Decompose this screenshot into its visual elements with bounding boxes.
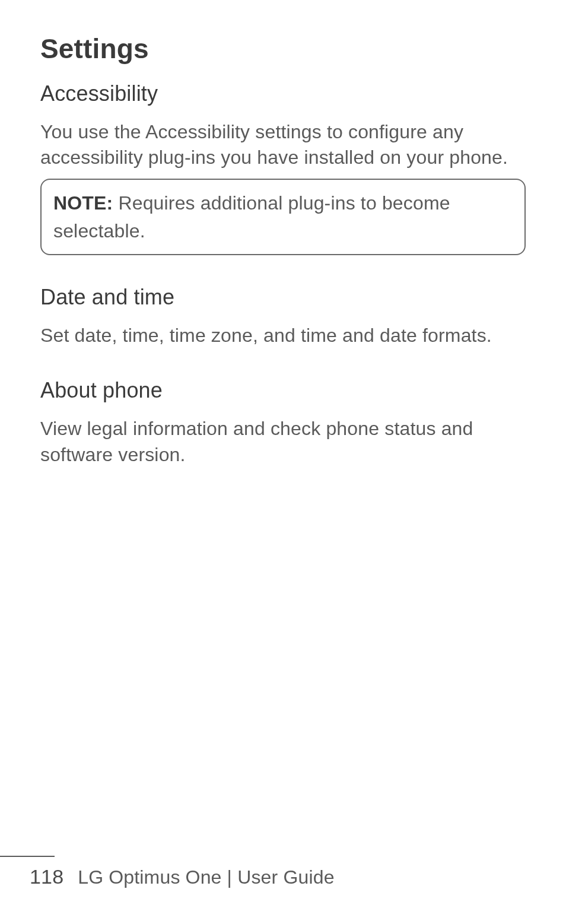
page-number: 118 [30, 865, 63, 888]
note-label: NOTE: [53, 192, 113, 214]
note-text: Requires additional plug-ins to become s… [53, 192, 450, 241]
footer-separator: | [222, 866, 238, 888]
note-box-accessibility: NOTE: Requires additional plug-ins to be… [40, 179, 526, 255]
footer-inner: 118 LG Optimus One | User Guide [0, 865, 335, 888]
footer-text: LG Optimus One | User Guide [78, 866, 334, 888]
footer-product: LG Optimus One [78, 866, 221, 888]
section-heading-accessibility: Accessibility [40, 81, 526, 106]
section-heading-about-phone: About phone [40, 378, 526, 403]
section-body-date-time: Set date, time, time zone, and time and … [40, 323, 526, 348]
section-body-accessibility: You use the Accessibility settings to co… [40, 119, 526, 170]
footer-doc-type: User Guide [237, 866, 334, 888]
section-heading-date-time: Date and time [40, 285, 526, 310]
document-page: Settings Accessibility You use the Acces… [0, 0, 566, 468]
page-footer: 118 LG Optimus One | User Guide [0, 865, 335, 888]
section-body-about-phone: View legal information and check phone s… [40, 416, 526, 467]
page-title: Settings [40, 33, 526, 65]
footer-rule [0, 856, 55, 857]
